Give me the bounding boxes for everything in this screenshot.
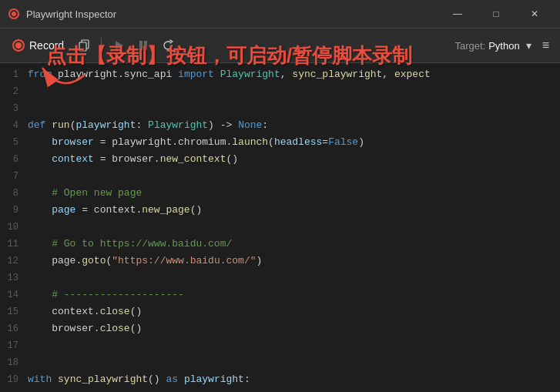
maximize-button[interactable]: □ xyxy=(478,0,514,28)
code-line-9: 9 page = context.new_page() xyxy=(0,202,560,219)
code-line-4: 4 def run(playwright: Playwright) -> Non… xyxy=(0,117,560,134)
code-line-10: 10 xyxy=(0,219,560,236)
code-line-3: 3 xyxy=(0,100,560,117)
code-line-11: 11 # Go to https://www.baidu.com/ xyxy=(0,236,560,253)
code-line-14: 14 # -------------------- xyxy=(0,286,560,303)
code-line-7: 7 xyxy=(0,168,560,185)
toolbar-separator-1 xyxy=(101,38,102,53)
target-area: Target: Python ▾ ≡ xyxy=(454,37,554,54)
code-line-1: 1 from playwright.sync_api import Playwr… xyxy=(0,66,560,83)
code-line-12: 12 page.goto("https://www.baidu.com/") xyxy=(0,253,560,270)
code-line-6: 6 context = browser.new_context() xyxy=(0,151,560,168)
target-label: Target: xyxy=(454,40,485,52)
code-line-16: 16 browser.close() xyxy=(0,320,560,337)
code-line-5: 5 browser = playwright.chromium.launch(h… xyxy=(0,134,560,151)
title-bar: Playwright Inspector — □ ✕ xyxy=(0,0,560,28)
record-label: Record xyxy=(29,39,64,52)
code-line-2: 2 xyxy=(0,83,560,100)
play-button[interactable] xyxy=(108,35,129,56)
app-icon xyxy=(8,8,20,20)
svg-rect-6 xyxy=(144,41,147,50)
close-button[interactable]: ✕ xyxy=(517,0,552,28)
svg-rect-5 xyxy=(139,41,143,50)
target-value: Python xyxy=(488,40,519,52)
code-line-18: 18 xyxy=(0,354,560,371)
code-line-8: 8 # Open new page xyxy=(0,185,560,202)
code-line-17: 17 xyxy=(0,337,560,354)
svg-marker-4 xyxy=(116,41,123,50)
code-line-20: 20 run(playwright) xyxy=(0,388,560,392)
toolbar: Record Target: Python ▾ ≡ xyxy=(0,28,560,63)
code-line-19: 19 with sync_playwright() as playwright: xyxy=(0,371,560,388)
target-dropdown-button[interactable]: ▾ xyxy=(523,38,535,53)
code-line-13: 13 xyxy=(0,270,560,286)
code-editor: 1 from playwright.sync_api import Playwr… xyxy=(0,63,560,392)
code-line-15: 15 context.close() xyxy=(0,303,560,320)
copy-button[interactable] xyxy=(73,35,95,56)
target-menu-button[interactable]: ≡ xyxy=(538,37,554,54)
refresh-button[interactable] xyxy=(157,35,179,56)
pause-button[interactable] xyxy=(132,35,154,56)
minimize-button[interactable]: — xyxy=(440,0,475,28)
window-title: Playwright Inspector xyxy=(26,8,440,20)
record-icon xyxy=(12,39,25,52)
record-button[interactable]: Record xyxy=(6,36,70,55)
svg-point-1 xyxy=(12,12,16,16)
window-controls: — □ ✕ xyxy=(440,0,552,28)
svg-rect-3 xyxy=(79,42,86,51)
